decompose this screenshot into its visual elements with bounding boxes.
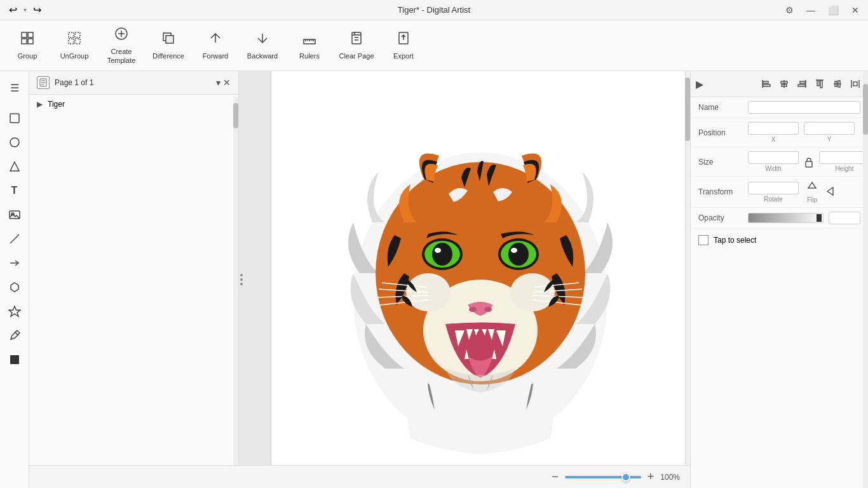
layers-expand-button[interactable]: ▾ bbox=[216, 78, 220, 88]
layer-item-tiger[interactable]: ▶ Tiger bbox=[29, 95, 238, 114]
distribute-button[interactable] bbox=[848, 76, 863, 92]
ungroup-label: UnGroup bbox=[60, 52, 89, 60]
star-tool[interactable] bbox=[3, 300, 26, 323]
name-label: Name bbox=[698, 103, 743, 112]
svg-marker-27 bbox=[10, 162, 19, 171]
position-x-input[interactable] bbox=[748, 122, 799, 135]
svg-rect-66 bbox=[763, 81, 768, 83]
create-template-icon bbox=[114, 26, 129, 45]
flip-horizontal-button[interactable] bbox=[825, 186, 837, 199]
toolbar-difference[interactable]: Difference bbox=[146, 24, 191, 67]
window-controls: ⚙ — ⬜ ✕ bbox=[782, 4, 863, 17]
arrow-tool[interactable] bbox=[3, 252, 26, 274]
left-tools-panel: ☰ T bbox=[0, 71, 29, 488]
svg-rect-83 bbox=[806, 161, 812, 167]
drag-dot-3 bbox=[240, 283, 243, 285]
right-panel-scroll-thumb[interactable] bbox=[863, 84, 868, 135]
svg-point-26 bbox=[10, 138, 19, 147]
toolbar-export[interactable]: Export bbox=[381, 24, 426, 67]
tap-to-select-checkbox[interactable] bbox=[698, 235, 709, 245]
select-tool[interactable] bbox=[3, 107, 26, 130]
svg-rect-2 bbox=[22, 39, 27, 44]
layers-close-button[interactable]: ✕ bbox=[223, 78, 231, 88]
flip-label: Flip bbox=[806, 196, 818, 203]
svg-line-34 bbox=[15, 332, 18, 336]
size-height-col: Height bbox=[819, 151, 868, 172]
flip-vertical-button[interactable] bbox=[806, 180, 818, 194]
transform-label: Transform bbox=[698, 187, 743, 196]
position-row: Position X Y bbox=[691, 118, 868, 147]
opacity-row: Opacity 100% bbox=[691, 208, 868, 229]
polygon-tool[interactable] bbox=[3, 276, 26, 299]
toolbar-ungroup[interactable]: UnGroup bbox=[52, 24, 97, 67]
size-height-label: Height bbox=[836, 165, 854, 172]
layers-scroll-thumb[interactable] bbox=[233, 103, 238, 128]
settings-button[interactable]: ⚙ bbox=[782, 4, 797, 17]
vertical-scroll-thumb[interactable] bbox=[685, 78, 690, 141]
svg-point-49 bbox=[432, 243, 452, 266]
circle-tool[interactable] bbox=[3, 131, 26, 154]
svg-point-45 bbox=[469, 307, 477, 312]
pen-tool[interactable] bbox=[3, 324, 26, 347]
position-y-input[interactable] bbox=[804, 122, 855, 135]
svg-rect-7 bbox=[75, 39, 80, 44]
svg-rect-67 bbox=[763, 85, 770, 86]
panel-expand-icon[interactable]: ▶ bbox=[696, 78, 703, 90]
zoom-slider[interactable] bbox=[565, 476, 641, 478]
toolbar-rulers[interactable]: Rulers bbox=[287, 24, 332, 67]
svg-marker-33 bbox=[9, 306, 20, 316]
svg-rect-19 bbox=[352, 32, 361, 44]
layers-header-info: Page 1 of 1 bbox=[37, 76, 93, 89]
rulers-label: Rulers bbox=[299, 52, 320, 60]
align-middle-button[interactable] bbox=[830, 76, 845, 92]
align-center-h-button[interactable] bbox=[776, 76, 792, 92]
redo-button[interactable]: ↪ bbox=[29, 3, 45, 17]
svg-point-46 bbox=[484, 307, 492, 312]
vertical-scrollbar[interactable] bbox=[685, 71, 690, 480]
triangle-tool[interactable] bbox=[3, 155, 26, 178]
align-top-button[interactable] bbox=[812, 76, 827, 92]
opacity-slider[interactable] bbox=[748, 213, 824, 223]
opacity-value-input[interactable]: 100% bbox=[829, 212, 860, 224]
flip-controls: Flip bbox=[806, 180, 818, 203]
canvas-area[interactable] bbox=[239, 71, 690, 488]
text-tool[interactable]: T bbox=[3, 179, 26, 202]
drag-dot-1 bbox=[240, 274, 243, 276]
svg-rect-72 bbox=[800, 81, 805, 83]
line-tool[interactable] bbox=[3, 227, 26, 250]
minimize-button[interactable]: — bbox=[803, 4, 819, 17]
toolbar-group[interactable]: Group bbox=[5, 24, 50, 67]
zoom-out-button[interactable]: − bbox=[552, 470, 559, 484]
toolbar-clear-page[interactable]: Clear Page bbox=[334, 24, 379, 67]
align-left-button[interactable] bbox=[759, 76, 774, 92]
size-width-input[interactable] bbox=[748, 151, 799, 164]
lock-aspect-button[interactable] bbox=[804, 156, 814, 168]
canvas-drag-handle[interactable] bbox=[240, 274, 243, 285]
rotate-input[interactable] bbox=[748, 182, 799, 194]
svg-rect-5 bbox=[75, 32, 80, 37]
svg-point-50 bbox=[435, 248, 441, 253]
undo-button[interactable]: ↩ bbox=[5, 3, 21, 17]
maximize-button[interactable]: ⬜ bbox=[824, 4, 843, 17]
svg-rect-82 bbox=[853, 82, 857, 86]
close-button[interactable]: ✕ bbox=[848, 4, 863, 17]
align-right-button[interactable] bbox=[794, 76, 810, 92]
toolbar-create-template[interactable]: CreateTemplate bbox=[99, 24, 144, 67]
name-input[interactable] bbox=[748, 101, 860, 114]
right-panel-scrollbar[interactable] bbox=[863, 71, 868, 488]
group-icon bbox=[20, 30, 35, 50]
menu-button[interactable]: ☰ bbox=[3, 76, 26, 99]
svg-marker-32 bbox=[11, 283, 18, 292]
position-y-label: Y bbox=[827, 136, 832, 143]
layers-header: Page 1 of 1 ▾ ✕ bbox=[29, 71, 238, 95]
shape-fill-tool[interactable] bbox=[3, 348, 26, 371]
image-tool[interactable] bbox=[3, 203, 26, 226]
toolbar-forward[interactable]: Forward bbox=[193, 24, 238, 67]
title-bar-left: ↩ ▾ ↪ bbox=[5, 3, 45, 17]
svg-rect-6 bbox=[69, 39, 74, 44]
toolbar-backward[interactable]: Backward bbox=[240, 24, 285, 67]
size-height-input[interactable] bbox=[819, 151, 868, 164]
layers-scrollbar[interactable] bbox=[233, 97, 238, 465]
title-bar: ↩ ▾ ↪ Tiger* - Digital Artist ⚙ — ⬜ ✕ bbox=[0, 0, 868, 20]
zoom-in-button[interactable]: + bbox=[648, 470, 654, 484]
